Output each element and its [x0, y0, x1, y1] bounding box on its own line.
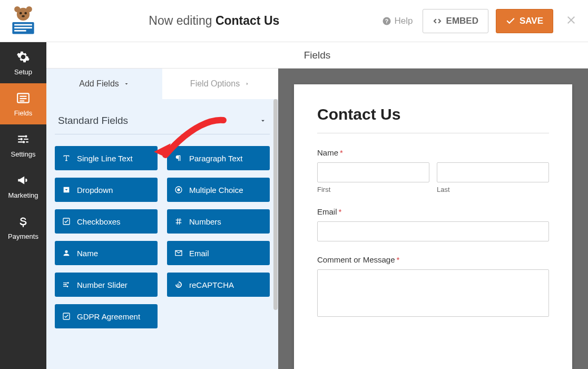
form-title: Contact Us — [317, 105, 549, 123]
check-icon — [506, 16, 515, 26]
paragraph-icon — [174, 154, 183, 162]
top-bar: Now editing Contact Us ? Help EMBED SAVE — [0, 0, 588, 42]
panel-tabs: Add Fields Field Options — [46, 69, 278, 99]
svg-point-20 — [65, 284, 67, 286]
svg-point-1 — [14, 6, 20, 12]
sidebar-nav: Setup Fields Settings Marketing Payments — [0, 42, 46, 369]
field-number-slider[interactable]: Number Slider — [55, 273, 158, 297]
close-button[interactable] — [565, 14, 577, 28]
bullhorn-icon — [16, 173, 30, 187]
svg-text:?: ? — [385, 17, 388, 24]
svg-rect-9 — [14, 30, 26, 31]
text-icon — [62, 154, 71, 162]
fields-panel: Add Fields Field Options Standard Fields… — [46, 69, 278, 369]
first-name-input[interactable] — [317, 162, 429, 182]
checkbox-icon — [62, 217, 71, 226]
radio-icon — [174, 186, 183, 194]
divider — [317, 133, 549, 133]
required-asterisk: * — [397, 255, 400, 264]
message-input[interactable] — [317, 269, 549, 317]
nav-setup[interactable]: Setup — [0, 42, 46, 83]
svg-point-3 — [19, 12, 22, 14]
svg-point-21 — [67, 286, 68, 287]
nav-settings[interactable]: Settings — [0, 124, 46, 166]
sliders-icon — [16, 132, 30, 146]
field-recaptcha[interactable]: GreCAPTCHA — [167, 273, 270, 297]
save-button[interactable]: SAVE — [496, 9, 553, 33]
required-asterisk: * — [339, 207, 342, 216]
field-gdpr-agreement[interactable]: GDPR Agreement — [55, 304, 158, 328]
tab-field-options[interactable]: Field Options — [162, 69, 278, 99]
tab-add-fields[interactable]: Add Fields — [46, 69, 162, 99]
svg-point-17 — [177, 188, 180, 191]
chevron-down-icon — [123, 81, 130, 87]
help-icon: ? — [382, 16, 391, 26]
svg-rect-8 — [14, 27, 32, 28]
field-checkboxes[interactable]: Checkboxes — [55, 209, 158, 234]
email-input[interactable] — [317, 221, 549, 241]
field-dropdown[interactable]: Dropdown — [55, 178, 158, 202]
field-numbers[interactable]: Numbers — [167, 209, 270, 234]
email-label: Email* — [317, 207, 549, 216]
message-label: Comment or Message* — [317, 255, 549, 264]
embed-button[interactable]: EMBED — [423, 9, 488, 33]
nav-payments[interactable]: Payments — [0, 207, 46, 248]
name-label: Name* — [317, 148, 549, 157]
main-area: Setup Fields Settings Marketing Payments… — [0, 42, 588, 369]
list-icon — [16, 91, 30, 105]
scrollbar[interactable] — [273, 99, 278, 310]
svg-point-4 — [24, 12, 27, 14]
chevron-down-icon — [259, 117, 267, 124]
required-asterisk: * — [340, 148, 343, 157]
hash-icon — [174, 217, 183, 226]
gdpr-icon — [62, 312, 71, 321]
field-single-line-text[interactable]: Single Line Text — [55, 146, 158, 170]
code-icon — [433, 16, 442, 26]
help-link[interactable]: ? Help — [382, 16, 413, 26]
dollar-icon — [16, 215, 30, 228]
field-paragraph-text[interactable]: Paragraph Text — [167, 146, 270, 170]
recaptcha-icon: G — [174, 280, 183, 289]
svg-text:G: G — [177, 283, 180, 287]
field-multiple-choice[interactable]: Multiple Choice — [167, 178, 270, 202]
field-name[interactable]: Name — [55, 241, 158, 265]
last-sublabel: Last — [437, 186, 549, 193]
svg-point-5 — [22, 15, 25, 17]
fields-scroll-area[interactable]: Standard Fields Single Line TextParagrap… — [46, 99, 278, 369]
gear-icon — [16, 50, 30, 64]
mail-icon — [174, 249, 183, 257]
app-logo — [0, 5, 46, 37]
editing-title: Now editing Contact Us — [46, 14, 382, 28]
field-email-group[interactable]: Email* — [317, 207, 549, 241]
close-icon — [565, 14, 577, 26]
sliders-icon — [62, 280, 71, 289]
editing-prefix: Now editing — [149, 14, 212, 27]
section-standard-fields[interactable]: Standard Fields — [55, 109, 270, 134]
panel-title: Fields — [46, 42, 588, 69]
dropdown-icon — [62, 186, 71, 194]
editing-form-name: Contact Us — [215, 14, 279, 27]
last-name-input[interactable] — [437, 162, 549, 182]
columns: Add Fields Field Options Standard Fields… — [46, 69, 588, 369]
nav-fields[interactable]: Fields — [0, 83, 46, 124]
svg-point-19 — [67, 282, 69, 284]
user-icon — [62, 249, 71, 257]
field-email[interactable]: Email — [167, 241, 270, 265]
nav-marketing[interactable]: Marketing — [0, 166, 46, 207]
workspace: Fields Add Fields Field Options Stan — [46, 42, 588, 369]
svg-rect-7 — [14, 24, 32, 25]
field-grid: Single Line TextParagraph TextDropdownMu… — [55, 146, 270, 328]
form-preview-area: Contact Us Name* First — [278, 69, 588, 369]
first-sublabel: First — [317, 186, 429, 193]
chevron-right-icon — [244, 81, 250, 87]
field-name-group[interactable]: Name* First Last — [317, 148, 549, 193]
svg-point-2 — [26, 6, 32, 12]
form-preview-card: Contact Us Name* First — [294, 84, 572, 369]
field-message-group[interactable]: Comment or Message* — [317, 255, 549, 317]
